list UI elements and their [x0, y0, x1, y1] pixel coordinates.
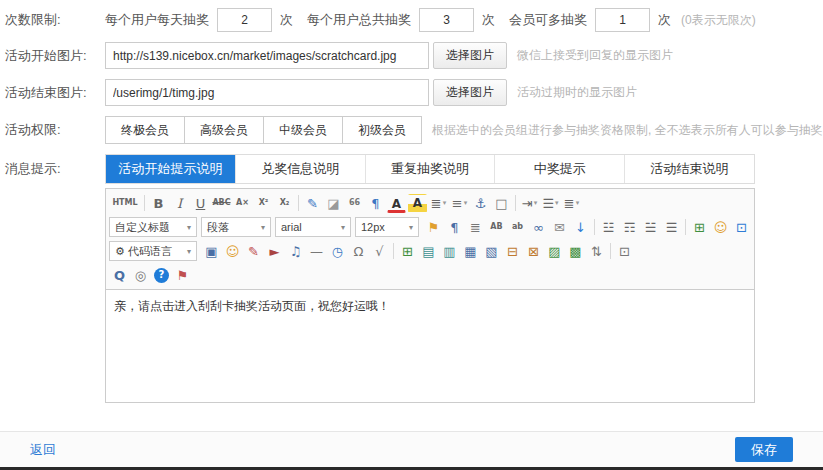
eraser-icon[interactable]: ◪	[324, 194, 343, 213]
sort-table-icon[interactable]: ⇅	[587, 242, 606, 261]
align-left-icon[interactable]: ☳	[599, 218, 618, 237]
italic-icon[interactable]: I	[170, 194, 189, 213]
custom-title-select[interactable]: 自定义标题▾	[109, 217, 197, 237]
fullscreen-icon[interactable]: ⊡	[732, 218, 751, 237]
selection-icon[interactable]: ⚑	[424, 218, 443, 237]
source-code-icon[interactable]: HTML	[110, 194, 140, 213]
message-tab-1[interactable]: 兑奖信息说明	[236, 155, 366, 183]
table-border-icon[interactable]: ▩	[566, 242, 585, 261]
per-day-label: 每个用户每天抽奖	[105, 11, 209, 29]
anchor-icon[interactable]: ⚓	[471, 194, 490, 213]
insert-table-icon[interactable]: ⊞	[690, 218, 709, 237]
paragraph-format-icon[interactable]: ≣	[562, 194, 581, 213]
underline-icon[interactable]: U	[191, 194, 210, 213]
start-image-row: 活动开始图片: 选择图片 微信上接受到回复的显示图片	[5, 42, 823, 69]
start-image-pick-button[interactable]: 选择图片	[433, 42, 507, 69]
total-unit: 次	[482, 11, 495, 29]
member-option-1[interactable]: 高级会员	[184, 116, 264, 144]
per-day-input[interactable]	[217, 8, 272, 32]
align-center-icon[interactable]: ☶	[620, 218, 639, 237]
blockquote-icon[interactable]: 66	[345, 194, 364, 213]
toolbar-divider	[610, 243, 611, 259]
superscript-icon[interactable]: X²	[254, 194, 273, 213]
scrawl-icon[interactable]: ✎	[244, 242, 263, 261]
message-tab-2[interactable]: 重复抽奖说明	[366, 155, 496, 183]
smiley-icon[interactable]: ☺	[711, 218, 730, 237]
message-tab-0[interactable]: 活动开始提示说明	[106, 155, 236, 183]
horizontal-rule-icon[interactable]: —	[307, 242, 326, 261]
email-icon[interactable]: ✉	[550, 218, 569, 237]
limit-hint: (0表示无限次)	[681, 12, 756, 29]
permission-row: 活动权限: 终极会员高级会员中级会员初级会员 根据选中的会员组进行参与抽奖资格限…	[5, 116, 823, 144]
split-cells-icon[interactable]: ▧	[482, 242, 501, 261]
permission-label: 活动权限:	[5, 121, 105, 139]
formula-icon[interactable]: √	[370, 242, 389, 261]
end-image-row: 活动结束图片: 选择图片 活动过期时的显示图片	[5, 79, 823, 106]
member-extra-input[interactable]	[595, 8, 650, 32]
end-image-input[interactable]	[105, 79, 429, 106]
delete-row-icon[interactable]: ⊟	[503, 242, 522, 261]
insert-row-icon[interactable]: ▤	[419, 242, 438, 261]
back-button[interactable]: 返回	[30, 441, 56, 459]
video-icon[interactable]: ►	[265, 242, 284, 261]
paragraph-select[interactable]: 段落▾	[201, 217, 271, 237]
image-icon[interactable]: ▣	[202, 242, 221, 261]
omega-icon[interactable]: Ω	[349, 242, 368, 261]
indent-icon[interactable]: ⇥	[520, 194, 539, 213]
align-right-icon[interactable]: ☱	[641, 218, 660, 237]
ordered-list-icon[interactable]: ≣	[429, 194, 448, 213]
start-image-input[interactable]	[105, 42, 429, 69]
insert-col-icon[interactable]: ▥	[440, 242, 459, 261]
unordered-list-icon[interactable]: ≡	[450, 194, 469, 213]
remove-format-icon[interactable]: A×	[233, 194, 252, 213]
editor-content-area[interactable]: 亲，请点击进入刮刮卡抽奖活动页面，祝您好运哦！	[106, 290, 754, 402]
message-row: 消息提示: 活动开始提示说明兑奖信息说明重复抽奖说明中奖提示活动结束说明	[5, 154, 823, 184]
format-brush-icon[interactable]: ✎	[303, 194, 322, 213]
paragraph-rtl-icon[interactable]: ≣	[466, 218, 485, 237]
link-icon[interactable]: ∞	[529, 218, 548, 237]
subscript-icon[interactable]: X₂	[275, 194, 294, 213]
member-option-2[interactable]: 中级会员	[263, 116, 343, 144]
bold-icon[interactable]: B	[149, 194, 168, 213]
member-option-0[interactable]: 终极会员	[105, 116, 185, 144]
uppercase-icon[interactable]: AB	[487, 218, 506, 237]
font-size-select[interactable]: 12px▾	[355, 217, 419, 237]
paragraph-mark-icon[interactable]: ¶	[366, 194, 385, 213]
template-icon[interactable]: ⚑	[173, 266, 192, 285]
member-extra-unit: 次	[658, 11, 671, 29]
insert-frame-icon[interactable]: □	[492, 194, 511, 213]
help-icon[interactable]: ?	[154, 268, 169, 283]
message-tab-3[interactable]: 中奖提示	[495, 155, 625, 183]
total-input[interactable]	[419, 8, 474, 32]
date-icon[interactable]: ◷	[328, 242, 347, 261]
align-justify-icon[interactable]: ☰	[662, 218, 681, 237]
member-extra-label: 会员可多抽奖	[509, 11, 587, 29]
code-language-select[interactable]: ⚙ 代码语言▾	[109, 241, 197, 261]
font-family-select[interactable]: arial▾	[275, 217, 351, 237]
print-icon[interactable]: ⊡	[615, 242, 634, 261]
table-insert-icon[interactable]: ⊞	[398, 242, 417, 261]
limit-label: 次数限制:	[5, 11, 105, 29]
find-replace-icon[interactable]: ◎	[131, 266, 150, 285]
message-tab-4[interactable]: 活动结束说明	[625, 155, 754, 183]
emotion-icon[interactable]: ☺	[223, 242, 242, 261]
music-icon[interactable]: ♫	[286, 242, 305, 261]
message-tabs: 活动开始提示说明兑奖信息说明重复抽奖说明中奖提示活动结束说明	[105, 154, 755, 184]
toolbar-divider	[685, 219, 686, 235]
search-icon[interactable]: Q	[110, 266, 129, 285]
lowercase-icon[interactable]: ab	[508, 218, 527, 237]
line-height-icon[interactable]: ☰	[541, 194, 560, 213]
merge-cells-icon[interactable]: ▦	[461, 242, 480, 261]
start-image-hint: 微信上接受到回复的显示图片	[517, 47, 673, 64]
table-bg-icon[interactable]: ▨	[545, 242, 564, 261]
member-option-3[interactable]: 初级会员	[342, 116, 422, 144]
paste-icon[interactable]: ↓	[571, 218, 590, 237]
end-image-pick-button[interactable]: 选择图片	[433, 79, 507, 106]
paragraph-ltr-icon[interactable]: ¶	[445, 218, 464, 237]
strikethrough-icon[interactable]: ABC	[212, 194, 231, 213]
font-color-icon[interactable]: A	[387, 197, 406, 213]
delete-col-icon[interactable]: ⊠	[524, 242, 543, 261]
save-button[interactable]: 保存	[735, 437, 793, 462]
highlight-color-icon[interactable]: A	[408, 194, 427, 213]
end-image-label: 活动结束图片:	[5, 84, 105, 102]
